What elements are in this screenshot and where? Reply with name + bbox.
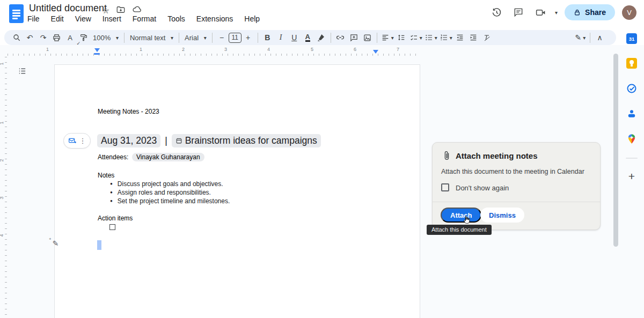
- numbered-list-select[interactable]: ▾: [438, 31, 453, 45]
- right-indent-marker[interactable]: [373, 50, 378, 54]
- document-title[interactable]: Untitled document: [29, 3, 107, 14]
- dismiss-button[interactable]: Dismiss: [480, 208, 524, 223]
- note-bullet-1[interactable]: ● Discuss project goals and objectives.: [110, 180, 223, 188]
- checklist-select[interactable]: ▾: [408, 31, 423, 45]
- action-items-label[interactable]: Action items: [98, 215, 133, 222]
- tasks-app-icon[interactable]: [626, 83, 638, 94]
- lock-icon: [574, 9, 581, 16]
- dont-show-again-checkbox[interactable]: [441, 183, 449, 191]
- italic-button[interactable]: I: [274, 31, 288, 45]
- menu-file[interactable]: File: [27, 14, 40, 23]
- event-chip[interactable]: Brainstorm ideas for campaigns: [172, 134, 321, 147]
- highlight-color-button[interactable]: [314, 31, 328, 45]
- print-icon[interactable]: [50, 31, 63, 45]
- decrease-font-size-button[interactable]: −: [215, 31, 229, 45]
- insert-image-icon[interactable]: [361, 31, 374, 45]
- menu-edit[interactable]: Edit: [51, 14, 64, 23]
- main-toolbar: ↶ ↷ A✓ 100% ▾ Normal text ▾ Arial ▾ − 11…: [4, 30, 616, 45]
- align-select[interactable]: ▾: [380, 31, 395, 45]
- hide-menus-icon[interactable]: ∧: [593, 31, 606, 45]
- attach-tooltip: Attach this document: [427, 225, 492, 235]
- side-panel-rail: 31 +: [620, 27, 644, 318]
- popup-title: Attach meeting notes: [456, 151, 538, 160]
- clear-formatting-icon[interactable]: [480, 31, 494, 45]
- menu-tools[interactable]: Tools: [167, 14, 185, 23]
- vertical-ruler[interactable]: 1 1 2 3 4: [0, 57, 8, 318]
- text-color-button[interactable]: A: [301, 31, 314, 45]
- menu-insert[interactable]: Insert: [103, 14, 121, 23]
- attendees-line[interactable]: Attendees: Vinayak Guhanarayan: [98, 153, 204, 161]
- heading-separator: |: [165, 135, 167, 146]
- increase-font-size-button[interactable]: +: [241, 31, 255, 45]
- keep-app-icon[interactable]: [626, 57, 638, 69]
- note-bullet-2[interactable]: ● Assign roles and responsibilities.: [110, 189, 211, 196]
- calendar-event-icon: [175, 137, 182, 144]
- comments-icon[interactable]: [511, 5, 526, 20]
- action-item-checkbox[interactable]: [109, 224, 115, 230]
- get-addons-icon[interactable]: +: [626, 171, 638, 182]
- show-outline-icon[interactable]: [18, 66, 27, 78]
- redo-icon[interactable]: ↷: [36, 31, 50, 45]
- first-line-indent-marker[interactable]: [94, 53, 100, 55]
- smart-compose-icon[interactable]: +✎: [50, 239, 58, 248]
- add-comment-icon[interactable]: [347, 31, 361, 45]
- zoom-select[interactable]: 100% ▾: [90, 31, 121, 45]
- font-select[interactable]: Arial ▾: [182, 31, 209, 45]
- email-attendees-pill[interactable]: ⋮: [63, 133, 91, 149]
- text-cursor-highlight: [97, 240, 101, 250]
- star-icon[interactable]: ☆: [102, 6, 109, 16]
- horizontal-ruler[interactable]: 1 1 2 3 4 5 6 7: [8, 47, 614, 56]
- bold-button[interactable]: B: [261, 31, 274, 45]
- meeting-heading[interactable]: Aug 31, 2023 | Brainstorm ideas for camp…: [97, 134, 321, 147]
- note-bullet-3[interactable]: ● Set the project timeline and milestone…: [110, 197, 230, 205]
- share-button[interactable]: Share: [565, 4, 615, 20]
- left-indent-marker[interactable]: [94, 48, 100, 52]
- calendar-app-icon[interactable]: 31: [626, 33, 638, 45]
- attach-meeting-notes-card: Attach meeting notes Attach this documen…: [432, 142, 601, 230]
- doc-title-line[interactable]: Meeting Notes - 2023: [98, 108, 159, 115]
- bulleted-list-select[interactable]: ▾: [423, 31, 438, 45]
- attendee-chip[interactable]: Vinayak Guhanarayan: [132, 153, 204, 161]
- font-size-input[interactable]: 11: [229, 33, 241, 43]
- insert-link-icon[interactable]: [334, 31, 347, 45]
- document-page[interactable]: Meeting Notes - 2023 Aug 31, 2023 | Brai…: [54, 64, 420, 318]
- paragraph-style-select[interactable]: Normal text ▾: [127, 31, 176, 45]
- maps-app-icon[interactable]: [626, 133, 638, 145]
- scrollbar-thumb[interactable]: [613, 54, 618, 247]
- notes-label[interactable]: Notes: [98, 172, 114, 179]
- spellcheck-icon[interactable]: A✓: [63, 31, 77, 45]
- more-options-icon[interactable]: ⋮: [79, 137, 86, 145]
- undo-icon[interactable]: ↶: [23, 31, 36, 45]
- underline-button[interactable]: U: [288, 31, 301, 45]
- contacts-app-icon[interactable]: [626, 108, 638, 120]
- menu-view[interactable]: View: [75, 14, 91, 23]
- meet-caret-icon[interactable]: ▾: [555, 10, 558, 16]
- menubar: File Edit View Insert Format Tools Exten…: [27, 14, 260, 23]
- menu-format[interactable]: Format: [133, 14, 156, 23]
- editing-mode-select[interactable]: ✎▾: [574, 31, 587, 45]
- line-spacing-icon[interactable]: [395, 31, 408, 45]
- version-history-icon[interactable]: [489, 5, 504, 20]
- popup-body-text: Attach this document to the meeting in C…: [441, 168, 584, 175]
- decrease-indent-icon[interactable]: [453, 31, 467, 45]
- docs-logo[interactable]: [9, 4, 24, 23]
- date-chip[interactable]: Aug 31, 2023: [97, 134, 160, 147]
- paperclip-icon: [443, 150, 451, 164]
- increase-indent-icon[interactable]: [467, 31, 480, 45]
- search-menus-icon[interactable]: [10, 31, 23, 45]
- meet-video-icon[interactable]: [533, 5, 548, 20]
- menu-extensions[interactable]: Extensions: [196, 14, 233, 23]
- menu-help[interactable]: Help: [244, 14, 260, 23]
- dont-show-again-label: Don't show again: [456, 184, 509, 192]
- avatar[interactable]: V: [622, 5, 636, 20]
- email-icon: [68, 137, 77, 145]
